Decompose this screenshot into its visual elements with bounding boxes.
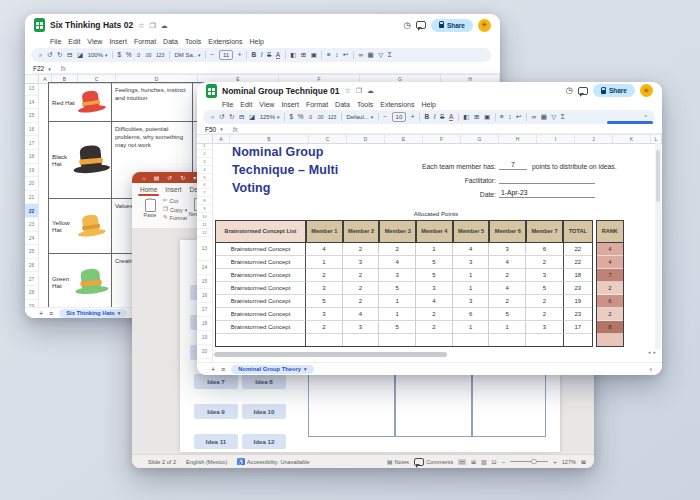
points-cell[interactable]: 1 xyxy=(453,282,490,295)
menu-item[interactable]: Format xyxy=(134,38,156,45)
font-select[interactable]: Defaul...▾ xyxy=(346,114,373,120)
header-cell[interactable]: Member 2 xyxy=(343,220,380,243)
text-wrap-icon[interactable]: ↩ xyxy=(516,114,521,121)
row-header[interactable]: 2 xyxy=(197,150,212,158)
row-header[interactable]: 5 xyxy=(197,174,212,182)
link-icon[interactable]: ∞ xyxy=(358,52,363,59)
points-cell[interactable]: 3 xyxy=(526,269,563,282)
row-header[interactable]: 17 xyxy=(25,136,38,150)
idea-button[interactable]: Idea 10 xyxy=(242,404,286,419)
row-header[interactable]: 22 xyxy=(25,204,38,218)
total-cell[interactable]: 17 xyxy=(563,321,593,334)
points-cell[interactable]: 4 xyxy=(379,256,416,269)
functions-icon[interactable]: Σ xyxy=(388,52,392,59)
menu-item[interactable]: File xyxy=(222,101,233,108)
move-folder-icon[interactable]: ❐ xyxy=(356,87,362,94)
points-cell[interactable]: 2 xyxy=(343,295,380,308)
total-cell[interactable]: 23 xyxy=(563,282,593,295)
points-cell[interactable]: 2 xyxy=(416,308,453,321)
points-cell[interactable]: 3 xyxy=(526,321,563,334)
points-cell[interactable] xyxy=(379,334,416,347)
row-header[interactable]: 19 xyxy=(197,331,212,345)
save-icon[interactable]: ▤ xyxy=(154,175,160,181)
collapse-toolbar-icon[interactable]: ^ xyxy=(644,114,647,120)
column-header[interactable]: E xyxy=(385,135,423,143)
field-value[interactable] xyxy=(499,174,595,184)
comments-icon[interactable] xyxy=(416,21,426,29)
percent-icon[interactable]: % xyxy=(126,52,132,59)
column-header[interactable]: C xyxy=(309,135,347,143)
increase-font-size-icon[interactable]: + xyxy=(411,114,415,121)
points-cell[interactable]: 1 xyxy=(379,295,416,308)
row-header[interactable]: 20 xyxy=(197,345,212,359)
share-button[interactable]: Share xyxy=(431,19,473,32)
decrease-font-size-icon[interactable]: − xyxy=(383,114,387,121)
row-header[interactable]: 10 xyxy=(197,213,212,221)
notes-button[interactable]: ▤Notes xyxy=(387,459,409,465)
points-cell[interactable] xyxy=(343,334,380,347)
bold-icon[interactable]: B xyxy=(425,114,430,121)
add-sheet-icon[interactable]: + xyxy=(211,366,215,373)
print-icon[interactable]: ⊟ xyxy=(239,114,244,121)
column-header[interactable]: A xyxy=(213,135,230,143)
points-cell[interactable]: 6 xyxy=(526,243,563,256)
header-cell[interactable]: Member 6 xyxy=(489,220,526,243)
paste-button[interactable]: Paste xyxy=(141,199,159,219)
points-cell[interactable]: 2 xyxy=(526,256,563,269)
row-header[interactable]: 15 xyxy=(197,275,212,289)
points-cell[interactable]: 2 xyxy=(489,269,526,282)
hat-name-cell[interactable]: Red Hat xyxy=(48,82,112,122)
points-cell[interactable]: 3 xyxy=(306,308,343,321)
row-header[interactable]: 7 xyxy=(197,189,212,197)
row-header[interactable]: 12 xyxy=(197,229,212,237)
fill-color-icon[interactable]: ◧ xyxy=(463,114,469,121)
idea-button[interactable]: Idea 8 xyxy=(242,374,286,389)
header-cell[interactable]: Member 4 xyxy=(416,220,453,243)
redo-icon[interactable]: ↻ xyxy=(180,175,185,181)
print-icon[interactable]: ⊟ xyxy=(67,52,72,59)
decimal-increase-icon[interactable]: .00 xyxy=(317,115,324,120)
points-cell[interactable]: 1 xyxy=(453,269,490,282)
align-left-icon[interactable]: ≡ xyxy=(500,114,504,121)
idea-button[interactable]: Idea 12 xyxy=(242,434,286,449)
idea-button[interactable]: Idea 7 xyxy=(194,374,238,389)
home-icon[interactable]: ⌂ xyxy=(142,175,146,181)
row-header[interactable]: 18 xyxy=(25,150,38,164)
points-cell[interactable]: 5 xyxy=(379,321,416,334)
column-header[interactable]: I xyxy=(537,135,575,143)
points-cell[interactable]: 2 xyxy=(416,321,453,334)
header-cell[interactable]: RANK xyxy=(596,220,624,243)
link-icon[interactable]: ∞ xyxy=(532,114,537,121)
ribbon-tab[interactable]: Insert xyxy=(165,186,181,193)
concept-cell[interactable]: Brainstormed Concept xyxy=(215,282,306,295)
menu-item[interactable]: Data xyxy=(335,101,350,108)
italic-icon[interactable]: I xyxy=(434,114,436,121)
text-color-icon[interactable]: A xyxy=(449,113,453,122)
rank-cell[interactable] xyxy=(596,334,624,347)
total-cell[interactable]: 19 xyxy=(563,295,593,308)
search-icon[interactable]: ⌕ xyxy=(211,114,215,121)
total-cell[interactable]: 18 xyxy=(563,269,593,282)
total-cell[interactable]: 23 xyxy=(563,308,593,321)
decimal-decrease-icon[interactable]: .0 xyxy=(136,53,140,58)
google-sheets-icon[interactable] xyxy=(34,18,45,32)
sheet-tab[interactable]: Nominal Group Theory▾ xyxy=(231,365,313,374)
customize-quick-access-icon[interactable]: ▾ xyxy=(193,175,196,181)
insert-chart-icon[interactable]: ▦ xyxy=(541,114,547,121)
menu-item[interactable]: Tools xyxy=(185,38,201,45)
menu-item[interactable]: Help xyxy=(421,101,435,108)
vertical-align-icon[interactable]: ↕ xyxy=(335,52,338,59)
header-cell[interactable]: Brainstormed Concept List xyxy=(215,220,306,243)
borders-icon[interactable]: ⊞ xyxy=(474,114,479,121)
row-header[interactable]: 28 xyxy=(25,286,38,300)
field-value[interactable]: 7 xyxy=(499,160,527,170)
idea-button[interactable]: Idea 9 xyxy=(194,404,238,419)
name-box[interactable]: F50 xyxy=(205,126,216,133)
slide-sorter-view-icon[interactable]: ⊞ xyxy=(471,459,476,465)
menu-item[interactable]: Help xyxy=(249,38,263,45)
row-header[interactable]: 20 xyxy=(25,177,38,191)
number-format-icon[interactable]: 123 xyxy=(328,115,336,120)
concept-cell[interactable]: Brainstormed Concept xyxy=(215,243,306,256)
points-cell[interactable]: 6 xyxy=(453,308,490,321)
row-header[interactable]: 16 xyxy=(25,123,38,137)
